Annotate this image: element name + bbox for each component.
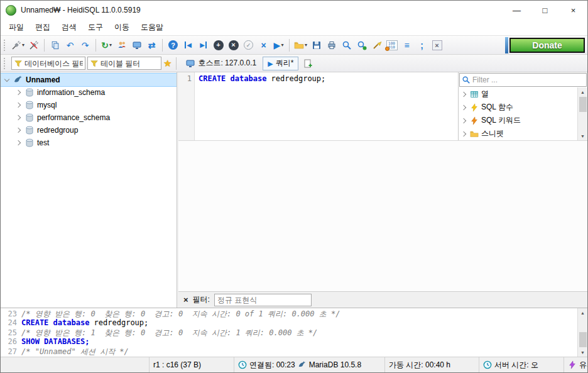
log-comment: /* 영향 받은 행: 0 찾은 행: 0 경고: 0 지속 시간: 0 of … [21,309,340,318]
menu-tools[interactable]: 도구 [82,19,109,35]
menu-edit[interactable]: 편집 [30,19,56,35]
query-tab-label: 쿼리* [276,58,294,69]
first-row-button[interactable]: ◀ [181,38,195,53]
save-button[interactable] [309,38,324,53]
helper-scrollbar[interactable]: ▲ ▼ [577,87,587,140]
scroll-down-icon[interactable]: ▼ [578,131,587,140]
menu-help[interactable]: 도움말 [135,19,169,35]
sync-button[interactable]: ⇄ [144,38,159,53]
print-button[interactable] [324,38,339,53]
save-icon [312,40,322,50]
post-button[interactable]: ✓ [241,38,256,53]
toolbar-grip[interactable] [4,58,7,69]
main-split: Unnamed information_schema mysql perform… [1,72,587,308]
maximize-button[interactable]: □ [531,1,559,19]
redo-icon: ↷ [82,41,89,50]
helper-node-sql-keywords[interactable]: SQL 키워드 [459,114,577,127]
dropdown-icon: ▾ [281,43,283,48]
titlebar: Unnamed₩ - HeidiSQL 11.0.0.5919 — □ × [1,1,587,19]
separator [289,39,290,52]
helper-filter-input[interactable] [472,75,584,84]
database-node[interactable]: mysql [1,99,177,111]
clock-icon [483,360,492,369]
folder-icon [470,130,479,138]
last-row-button[interactable]: ▶ [196,38,210,53]
scroll-up-icon[interactable]: ▲ [578,308,587,317]
query-helpers-panel: 열 SQL 함수 SQL 키워드 [458,72,587,140]
add-row-button[interactable]: + [211,38,226,53]
table-filter-input[interactable] [101,59,159,68]
log-line: 26SHOW DATABASES; [3,337,577,347]
reformat-sql-button[interactable]: ≡ [400,38,414,53]
user-manager-icon [117,40,127,50]
user-manager-button[interactable] [114,38,129,53]
donate-area: Donate [505,36,585,54]
undo-button[interactable]: ↶ [63,38,77,53]
log-comment: /* "Unnamed" 세션 시작 */ [21,347,129,356]
favorites-star-icon[interactable]: ★ [163,58,172,68]
menu-search[interactable]: 검색 [56,19,82,35]
host-info-icon [132,40,142,50]
redo-button[interactable]: ↷ [78,38,92,53]
session-manager-icon [11,40,21,50]
menu-go[interactable]: 이동 [109,19,135,35]
chevron-right-icon [16,140,21,145]
scrollbar-thumb[interactable] [579,332,587,347]
semicolon-button[interactable]: ; [415,38,429,53]
host-tab[interactable]: 호스트: 127.0.0.1 [181,57,261,70]
helper-node-sql-functions[interactable]: SQL 함수 [459,101,577,114]
print-icon [327,40,337,50]
minimize-button[interactable]: — [503,1,531,19]
host-tab-label: 호스트: 127.0.0.1 [198,58,256,69]
cancel-edit-button[interactable]: × [256,38,271,53]
new-query-tab-button[interactable] [300,56,315,71]
cleanup-icon [372,40,382,50]
scroll-up-icon[interactable]: ▲ [578,87,587,96]
helper-node-snippets[interactable]: 스니펫 [459,127,577,140]
help-button[interactable]: ? [166,38,180,53]
stop-button[interactable]: × [226,38,241,53]
idle-state-label: 유휴 [579,360,587,370]
cleanup-button[interactable] [369,38,384,53]
search-button[interactable] [339,38,354,53]
log-line-number: 26 [3,337,17,346]
close-filter-icon[interactable]: × [183,295,188,304]
database-node[interactable]: information_schema [1,86,177,99]
semicolon-icon: ; [420,41,423,50]
help-icon: ? [168,40,178,50]
database-node[interactable]: redredgroup [1,124,177,136]
database-node[interactable]: performance_schema [1,111,177,124]
scrollbar-thumb[interactable] [579,97,587,112]
regex-filter-input[interactable] [214,294,312,306]
toolbar-grip[interactable] [4,40,7,51]
separator [162,39,163,52]
log-scrollbar[interactable]: ▲ ▼ [577,308,587,357]
chevron-right-icon [461,104,466,109]
execute-button[interactable]: ▶ ▾ [271,38,286,53]
undo-icon: ↶ [67,41,74,50]
query-tab[interactable]: ▶ 쿼리* [263,57,298,70]
close-icon: × [432,40,442,50]
session-manager-button[interactable]: ▾ [10,38,26,53]
close-button[interactable]: × [559,1,587,19]
copy-button[interactable] [48,38,62,53]
donate-button[interactable]: Donate [509,38,585,53]
find-next-button[interactable] [354,38,369,53]
disconnect-button[interactable] [26,38,41,53]
log-line: 27/* "Unnamed" 세션 시작 */ [3,347,577,356]
sql-editor[interactable]: 1 CREATE database redredgroup; [178,72,458,140]
host-info-button[interactable] [129,38,144,53]
session-node[interactable]: Unnamed [1,74,177,86]
editor-gutter: 1 [178,72,195,140]
scroll-down-icon[interactable]: ▼ [578,348,587,357]
database-node[interactable]: test [1,136,177,149]
helper-node-columns[interactable]: 열 [459,87,577,101]
close-results-button[interactable]: × [430,38,444,53]
database-filter-input[interactable] [24,59,83,68]
open-file-button[interactable]: ▾ [293,38,308,53]
query-tab-icon: ▶ [268,59,273,68]
binary-view-button[interactable]: 100 010 [384,38,399,53]
menu-file[interactable]: 파일 [3,19,30,35]
window-controls: — □ × [503,1,587,19]
refresh-button[interactable]: ↻ ▾ [99,38,114,53]
